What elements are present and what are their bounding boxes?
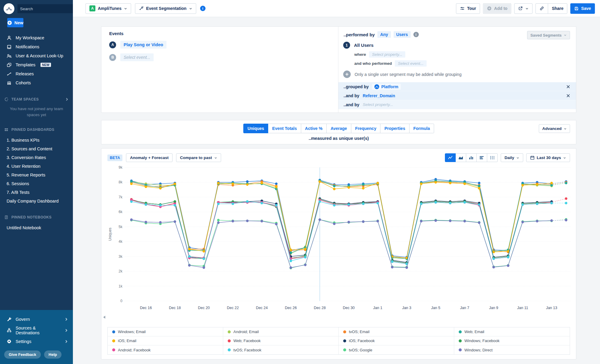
team-spaces-header[interactable]: TEAM SPACES xyxy=(0,96,73,102)
sidebar-item-sources-destinations[interactable]: Sources & Destinations xyxy=(0,325,73,336)
legend-item[interactable]: Android; Email xyxy=(223,327,339,336)
forecast-point[interactable] xyxy=(565,202,567,204)
data-point[interactable] xyxy=(420,182,422,185)
data-point[interactable] xyxy=(492,257,495,260)
data-point[interactable] xyxy=(188,248,190,250)
data-point[interactable] xyxy=(130,180,133,183)
legend-item[interactable]: tvOS; Google xyxy=(339,345,454,354)
data-point[interactable] xyxy=(333,223,335,225)
info-icon[interactable]: i xyxy=(413,32,419,37)
data-point[interactable] xyxy=(290,248,292,251)
data-point[interactable] xyxy=(550,184,553,186)
data-point[interactable] xyxy=(333,188,335,190)
data-point[interactable] xyxy=(319,218,321,221)
chart-series[interactable] xyxy=(130,180,567,259)
search-input[interactable] xyxy=(20,7,73,11)
data-point[interactable] xyxy=(449,182,451,184)
data-point[interactable] xyxy=(202,250,205,252)
saved-segments-dropdown[interactable]: Saved Segments xyxy=(527,31,570,39)
data-point[interactable] xyxy=(304,248,306,250)
data-point[interactable] xyxy=(347,203,350,206)
data-point[interactable] xyxy=(232,220,234,222)
date-range-dropdown[interactable]: Last 30 days xyxy=(526,153,570,162)
data-point[interactable] xyxy=(449,202,451,204)
data-point[interactable] xyxy=(406,266,408,269)
close-icon[interactable] xyxy=(566,85,570,89)
bar-chart-icon[interactable] xyxy=(466,153,477,162)
give-feedback-button[interactable]: Give Feedback xyxy=(4,350,41,359)
data-point[interactable] xyxy=(145,185,147,188)
sidebar-item-dashboard[interactable]: 6. Sessions xyxy=(0,179,73,188)
legend-item[interactable]: Windows; Facebook xyxy=(454,336,570,345)
data-point[interactable] xyxy=(376,182,379,184)
sidebar-item-dashboard[interactable]: 3. Conversion Rates xyxy=(0,153,73,162)
data-point[interactable] xyxy=(261,182,263,184)
data-point[interactable] xyxy=(290,266,292,269)
data-point[interactable] xyxy=(536,203,538,205)
data-point[interactable] xyxy=(202,266,205,269)
data-point[interactable] xyxy=(174,204,176,206)
data-point[interactable] xyxy=(217,182,220,184)
data-point[interactable] xyxy=(492,266,495,268)
sidebar-item-dashboard[interactable]: 4. User Retention xyxy=(0,162,73,170)
referer-domain-property[interactable]: Referer_Domain xyxy=(363,93,395,98)
sidebar-item-dashboard[interactable]: 5. Revenue Reports xyxy=(0,170,73,179)
sidebar-item-user-account-lookup[interactable]: User & Account Look-Up xyxy=(0,51,73,60)
legend-item[interactable]: Windows; Direct xyxy=(454,345,570,354)
data-point[interactable] xyxy=(232,203,234,205)
sidebar-item-releases[interactable]: Releases xyxy=(0,69,73,78)
forecast-point[interactable] xyxy=(565,182,567,184)
data-point[interactable] xyxy=(217,221,220,224)
export-button[interactable] xyxy=(514,3,532,14)
data-point[interactable] xyxy=(521,203,524,206)
help-button[interactable]: Help xyxy=(44,350,62,359)
data-point[interactable] xyxy=(304,256,306,258)
data-point[interactable] xyxy=(507,256,509,258)
sidebar-item-dashboard[interactable]: 7. A/B Tests xyxy=(0,188,73,197)
data-point[interactable] xyxy=(174,182,176,185)
forecast-point[interactable] xyxy=(565,219,567,221)
add-to-button[interactable]: Add to xyxy=(483,3,511,14)
select-event-placeholder[interactable]: Select event... xyxy=(120,53,154,61)
sidebar-item-templates[interactable]: Templates NEW xyxy=(0,60,73,69)
data-point[interactable] xyxy=(362,183,364,186)
data-point[interactable] xyxy=(550,219,553,222)
interval-dropdown[interactable]: Daily xyxy=(501,153,523,162)
data-point[interactable] xyxy=(550,202,553,204)
new-button[interactable]: New xyxy=(7,18,23,27)
data-point[interactable] xyxy=(217,219,220,221)
tab-properties[interactable]: Properties xyxy=(380,124,409,133)
data-point[interactable] xyxy=(275,223,278,225)
sidebar-item-dashboard[interactable]: 2. Sources and Content xyxy=(0,144,73,153)
data-point[interactable] xyxy=(434,201,437,203)
sidebar-item-notebook[interactable]: Untitled Notebook xyxy=(0,223,73,232)
data-point[interactable] xyxy=(478,185,480,187)
chart-svg[interactable]: 01k2k3k4k5k6k7k8k9kUniquesDec 16Dec 18De… xyxy=(107,164,571,317)
tab-frequency[interactable]: Frequency xyxy=(351,124,381,133)
data-point[interactable] xyxy=(464,220,466,222)
chart-series[interactable] xyxy=(130,197,567,264)
data-point[interactable] xyxy=(347,221,350,223)
tab-average[interactable]: Average xyxy=(326,124,351,133)
data-point[interactable] xyxy=(536,183,538,186)
data-point[interactable] xyxy=(478,182,480,184)
data-point[interactable] xyxy=(319,180,321,183)
data-point[interactable] xyxy=(362,187,364,189)
chevron-right-icon[interactable] xyxy=(65,98,69,101)
event-a-name[interactable]: Play Song or Video xyxy=(120,41,166,49)
data-point[interactable] xyxy=(246,183,248,186)
data-point[interactable] xyxy=(275,182,278,185)
data-point[interactable] xyxy=(246,200,248,203)
chart-series[interactable] xyxy=(130,178,567,258)
chart-series[interactable] xyxy=(130,218,567,269)
data-point[interactable] xyxy=(319,200,321,203)
tab-formula[interactable]: Formula xyxy=(409,124,434,133)
data-point[interactable] xyxy=(275,185,278,188)
tour-button[interactable]: Tour xyxy=(456,3,480,14)
data-point[interactable] xyxy=(478,203,480,206)
legend-item[interactable]: Web; Facebook xyxy=(223,336,339,345)
data-point[interactable] xyxy=(536,220,538,222)
data-point[interactable] xyxy=(521,221,524,223)
chart-series[interactable] xyxy=(130,180,553,259)
tab-uniques[interactable]: Uniques xyxy=(243,124,268,133)
